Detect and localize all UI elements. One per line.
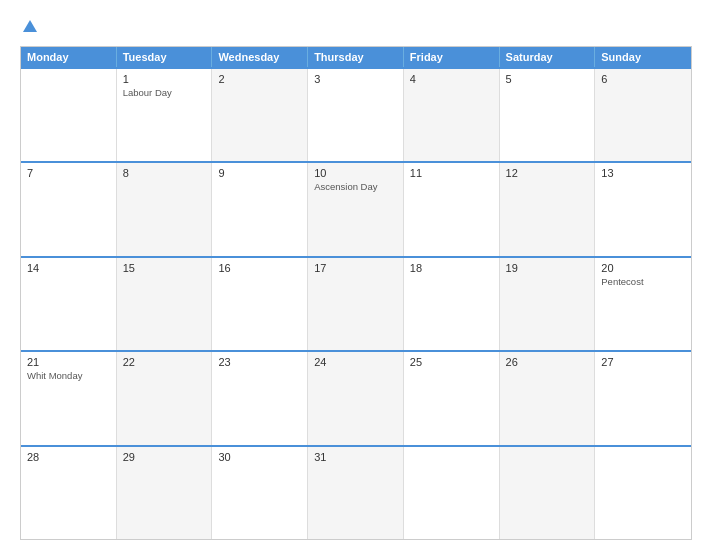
day-number: 30 bbox=[218, 451, 301, 463]
day-number: 16 bbox=[218, 262, 301, 274]
day-number: 20 bbox=[601, 262, 685, 274]
calendar-week: 21Whit Monday222324252627 bbox=[21, 350, 691, 444]
day-number: 6 bbox=[601, 73, 685, 85]
calendar-body: 1Labour Day2345678910Ascension Day111213… bbox=[21, 67, 691, 539]
calendar-week: 14151617181920Pentecost bbox=[21, 256, 691, 350]
calendar-cell: 6 bbox=[595, 69, 691, 161]
calendar-cell: 24 bbox=[308, 352, 404, 444]
holiday-label: Whit Monday bbox=[27, 370, 110, 382]
day-number: 24 bbox=[314, 356, 397, 368]
calendar-week: 78910Ascension Day111213 bbox=[21, 161, 691, 255]
cal-header-day: Monday bbox=[21, 47, 117, 67]
calendar-cell: 22 bbox=[117, 352, 213, 444]
calendar-cell: 23 bbox=[212, 352, 308, 444]
cal-header-day: Tuesday bbox=[117, 47, 213, 67]
calendar-cell: 21Whit Monday bbox=[21, 352, 117, 444]
day-number: 15 bbox=[123, 262, 206, 274]
calendar-cell: 27 bbox=[595, 352, 691, 444]
day-number: 27 bbox=[601, 356, 685, 368]
day-number: 25 bbox=[410, 356, 493, 368]
day-number: 3 bbox=[314, 73, 397, 85]
calendar-cell: 10Ascension Day bbox=[308, 163, 404, 255]
svg-marker-0 bbox=[23, 20, 37, 32]
day-number: 18 bbox=[410, 262, 493, 274]
calendar-cell: 4 bbox=[404, 69, 500, 161]
cal-header-day: Saturday bbox=[500, 47, 596, 67]
day-number: 19 bbox=[506, 262, 589, 274]
day-number: 7 bbox=[27, 167, 110, 179]
day-number: 31 bbox=[314, 451, 397, 463]
calendar-cell: 25 bbox=[404, 352, 500, 444]
day-number: 29 bbox=[123, 451, 206, 463]
day-number: 2 bbox=[218, 73, 301, 85]
calendar-cell: 29 bbox=[117, 447, 213, 539]
day-number: 12 bbox=[506, 167, 589, 179]
holiday-label: Labour Day bbox=[123, 87, 206, 99]
day-number: 26 bbox=[506, 356, 589, 368]
calendar-cell bbox=[500, 447, 596, 539]
calendar-cell: 5 bbox=[500, 69, 596, 161]
day-number: 9 bbox=[218, 167, 301, 179]
calendar-cell: 1Labour Day bbox=[117, 69, 213, 161]
day-number: 8 bbox=[123, 167, 206, 179]
calendar-cell: 2 bbox=[212, 69, 308, 161]
day-number: 14 bbox=[27, 262, 110, 274]
holiday-label: Ascension Day bbox=[314, 181, 397, 193]
calendar-week: 1Labour Day23456 bbox=[21, 67, 691, 161]
calendar-cell: 3 bbox=[308, 69, 404, 161]
calendar-week: 28293031 bbox=[21, 445, 691, 539]
cal-header-day: Friday bbox=[404, 47, 500, 67]
calendar-cell: 26 bbox=[500, 352, 596, 444]
calendar-cell: 20Pentecost bbox=[595, 258, 691, 350]
day-number: 21 bbox=[27, 356, 110, 368]
logo bbox=[20, 18, 39, 36]
calendar-cell: 7 bbox=[21, 163, 117, 255]
calendar-cell: 16 bbox=[212, 258, 308, 350]
calendar-cell: 31 bbox=[308, 447, 404, 539]
day-number: 17 bbox=[314, 262, 397, 274]
day-number: 10 bbox=[314, 167, 397, 179]
day-number: 28 bbox=[27, 451, 110, 463]
calendar-cell: 28 bbox=[21, 447, 117, 539]
calendar-cell: 19 bbox=[500, 258, 596, 350]
calendar-cell: 9 bbox=[212, 163, 308, 255]
day-number: 22 bbox=[123, 356, 206, 368]
calendar-cell: 18 bbox=[404, 258, 500, 350]
day-number: 23 bbox=[218, 356, 301, 368]
calendar-cell: 17 bbox=[308, 258, 404, 350]
page-header bbox=[20, 18, 692, 36]
calendar-cell: 11 bbox=[404, 163, 500, 255]
day-number: 1 bbox=[123, 73, 206, 85]
logo-icon bbox=[21, 18, 39, 36]
day-number: 11 bbox=[410, 167, 493, 179]
day-number: 5 bbox=[506, 73, 589, 85]
cal-header-day: Sunday bbox=[595, 47, 691, 67]
calendar-cell: 13 bbox=[595, 163, 691, 255]
calendar-cell bbox=[21, 69, 117, 161]
calendar-header: MondayTuesdayWednesdayThursdayFridaySatu… bbox=[21, 47, 691, 67]
holiday-label: Pentecost bbox=[601, 276, 685, 288]
cal-header-day: Thursday bbox=[308, 47, 404, 67]
calendar-cell bbox=[404, 447, 500, 539]
calendar-cell bbox=[595, 447, 691, 539]
calendar-cell: 14 bbox=[21, 258, 117, 350]
cal-header-day: Wednesday bbox=[212, 47, 308, 67]
calendar-cell: 30 bbox=[212, 447, 308, 539]
calendar-cell: 12 bbox=[500, 163, 596, 255]
calendar-cell: 15 bbox=[117, 258, 213, 350]
calendar: MondayTuesdayWednesdayThursdayFridaySatu… bbox=[20, 46, 692, 540]
day-number: 13 bbox=[601, 167, 685, 179]
calendar-cell: 8 bbox=[117, 163, 213, 255]
day-number: 4 bbox=[410, 73, 493, 85]
